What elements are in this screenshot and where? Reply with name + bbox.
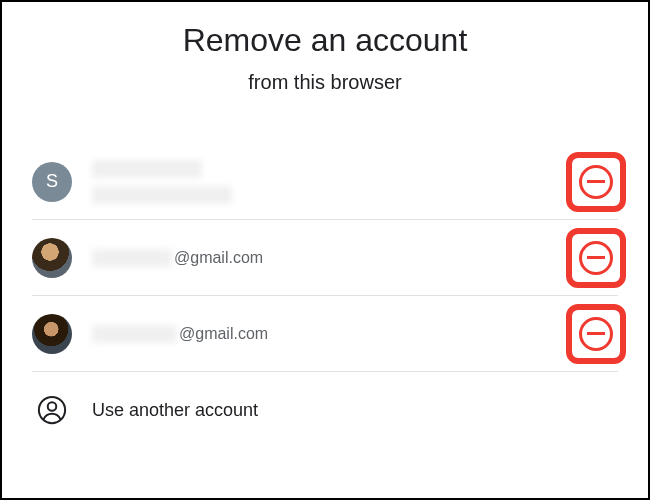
remove-account-dialog: Remove an account from this browser S: [2, 2, 648, 498]
remove-button-highlight: [574, 312, 618, 356]
minus-circle-icon: [579, 165, 613, 199]
minus-circle-icon: [579, 241, 613, 275]
avatar: S: [32, 162, 72, 202]
account-row[interactable]: @gmail.com: [32, 220, 618, 296]
remove-button-highlight: [574, 160, 618, 204]
remove-account-button[interactable]: [574, 236, 618, 280]
remove-button-highlight: [574, 236, 618, 280]
account-name-redacted: [92, 160, 574, 182]
avatar-letter: S: [46, 171, 58, 192]
account-email: @gmail.com: [92, 325, 574, 343]
avatar: [32, 238, 72, 278]
email-domain: @gmail.com: [174, 249, 263, 267]
dialog-title: Remove an account: [2, 22, 648, 59]
remove-account-button[interactable]: [574, 160, 618, 204]
account-info: @gmail.com: [92, 325, 574, 343]
use-another-account[interactable]: Use another account: [32, 372, 618, 448]
account-row[interactable]: @gmail.com: [32, 296, 618, 372]
avatar: [32, 314, 72, 354]
person-circle-icon: [32, 390, 72, 430]
account-info: @gmail.com: [92, 249, 574, 267]
remove-account-button[interactable]: [574, 312, 618, 356]
minus-circle-icon: [579, 317, 613, 351]
use-another-label: Use another account: [92, 400, 258, 421]
account-email: @gmail.com: [92, 249, 574, 267]
account-list: S: [2, 144, 648, 448]
dialog-subtitle: from this browser: [2, 71, 648, 94]
svg-point-1: [48, 402, 57, 411]
account-row[interactable]: S: [32, 144, 618, 220]
email-domain: @gmail.com: [179, 325, 268, 343]
account-email-redacted: [92, 186, 574, 204]
account-info: [92, 160, 574, 204]
